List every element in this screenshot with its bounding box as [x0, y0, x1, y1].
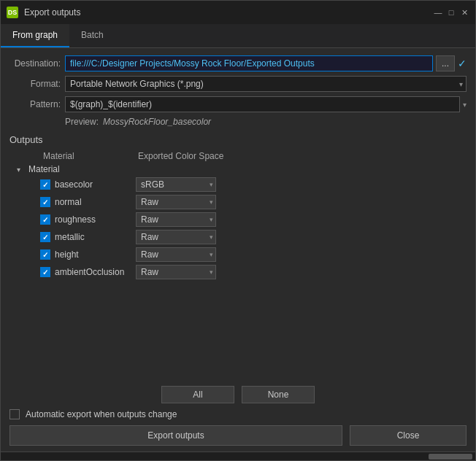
format-label: Format:: [9, 79, 61, 89]
checkbox-height[interactable]: [40, 249, 50, 260]
spacer: [9, 285, 467, 373]
destination-row: Destination: ... ✓: [9, 55, 467, 71]
material-chevron-icon[interactable]: ▾: [17, 166, 26, 174]
output-name-roughness: roughness: [55, 214, 131, 225]
scrollbar-thumb[interactable]: [429, 454, 472, 460]
colorspace-select-ambientocclusion: RawsRGB ▾: [136, 265, 216, 279]
output-item-ambientocclusion: ambientOcclusion RawsRGB ▾: [17, 263, 467, 281]
output-item-height: height RawsRGB ▾: [17, 246, 467, 263]
checkbox-normal[interactable]: [40, 197, 50, 207]
output-name-metallic: metallic: [55, 232, 131, 242]
window-title: Export outputs: [24, 7, 427, 18]
preview-value: MossyRockFloor_basecolor: [103, 117, 211, 127]
material-group-label: Material: [28, 164, 60, 174]
format-select[interactable]: Portable Network Graphics (*.png): [65, 76, 467, 92]
output-item-metallic: metallic RawsRGB ▾: [17, 228, 467, 246]
pattern-input-wrap: ▾: [65, 96, 467, 112]
output-name-basecolor: basecolor: [55, 179, 131, 190]
outputs-title: Outputs: [9, 134, 467, 145]
header-colorspace: Exported Color Space: [138, 151, 223, 161]
none-button[interactable]: None: [242, 386, 315, 403]
tab-from-graph[interactable]: From graph: [1, 24, 69, 47]
format-select-container: Portable Network Graphics (*.png) ▾: [65, 76, 467, 92]
close-window-button[interactable]: ✕: [459, 7, 469, 18]
checkbox-ambientocclusion[interactable]: [40, 267, 50, 277]
outputs-section: Outputs Material Exported Color Space ▾ …: [9, 134, 467, 281]
format-row: Format: Portable Network Graphics (*.png…: [9, 76, 467, 92]
destination-browse-button[interactable]: ...: [436, 55, 455, 71]
format-select-wrap: Portable Network Graphics (*.png) ▾: [65, 76, 467, 92]
preview-label: Preview:: [65, 117, 99, 127]
colorspace-dropdown-normal[interactable]: RawsRGB: [136, 195, 216, 209]
auto-export-label: Automatic export when outputs change: [26, 409, 177, 419]
output-name-height: height: [55, 249, 131, 260]
destination-check-icon: ✓: [458, 58, 467, 69]
all-none-row: All None: [9, 386, 467, 403]
header-material: Material: [43, 151, 138, 161]
colorspace-select-roughness: RawsRGB ▾: [136, 212, 216, 227]
pattern-arrow: ▾: [463, 101, 467, 109]
output-name-ambientocclusion: ambientOcclusion: [55, 267, 131, 277]
all-button[interactable]: All: [161, 386, 234, 403]
colorspace-dropdown-metallic[interactable]: RawsRGB: [136, 230, 216, 244]
destination-input-wrap: ... ✓: [65, 55, 467, 71]
auto-export-checkbox[interactable]: [9, 409, 20, 419]
colorspace-dropdown-height[interactable]: RawsRGB: [136, 247, 216, 262]
colorspace-dropdown-basecolor[interactable]: sRGBRaw: [136, 177, 216, 192]
pattern-label: Pattern:: [9, 99, 61, 109]
export-outputs-button[interactable]: Export outputs: [9, 425, 342, 446]
material-group: ▾ Material basecolor sRGBRaw ▾: [17, 164, 467, 281]
auto-export-row: Automatic export when outputs change: [9, 409, 467, 419]
colorspace-select-normal: RawsRGB ▾: [136, 195, 216, 209]
material-group-header: ▾ Material: [17, 164, 467, 174]
checkbox-metallic[interactable]: [40, 232, 50, 242]
preview-row: Preview: MossyRockFloor_basecolor: [9, 117, 467, 127]
output-item-normal: normal RawsRGB ▾: [17, 193, 467, 211]
outputs-header: Material Exported Color Space: [9, 151, 467, 161]
close-button[interactable]: Close: [350, 425, 467, 446]
checkbox-basecolor[interactable]: [40, 179, 50, 190]
export-outputs-window: DS Export outputs — □ ✕ From graph Batch…: [0, 0, 476, 461]
colorspace-select-basecolor: sRGBRaw ▾: [136, 177, 216, 192]
tab-batch[interactable]: Batch: [69, 24, 115, 47]
checkbox-roughness[interactable]: [40, 214, 50, 225]
main-content: Destination: ... ✓ Format: Portable Netw…: [1, 48, 475, 380]
output-item-roughness: roughness RawsRGB ▾: [17, 211, 467, 228]
title-bar: DS Export outputs — □ ✕: [1, 1, 475, 24]
pattern-row: Pattern: ▾: [9, 96, 467, 112]
export-close-row: Export outputs Close: [9, 425, 467, 446]
colorspace-select-height: RawsRGB ▾: [136, 247, 216, 262]
output-name-normal: normal: [55, 197, 131, 207]
output-item-basecolor: basecolor sRGBRaw ▾: [17, 176, 467, 193]
app-icon: DS: [7, 7, 18, 18]
colorspace-select-metallic: RawsRGB ▾: [136, 230, 216, 244]
destination-input[interactable]: [65, 55, 433, 71]
bottom-section: All None Automatic export when outputs c…: [1, 380, 475, 452]
pattern-select-container: ▾: [65, 96, 467, 112]
window-controls: — □ ✕: [433, 7, 469, 18]
maximize-button[interactable]: □: [446, 7, 456, 18]
tab-bar: From graph Batch: [1, 24, 475, 48]
minimize-button[interactable]: —: [433, 7, 443, 18]
scrollbar: [1, 452, 475, 460]
destination-label: Destination:: [9, 58, 61, 69]
colorspace-dropdown-ambientocclusion[interactable]: RawsRGB: [136, 265, 216, 279]
pattern-input[interactable]: [65, 96, 460, 112]
colorspace-dropdown-roughness[interactable]: RawsRGB: [136, 212, 216, 227]
